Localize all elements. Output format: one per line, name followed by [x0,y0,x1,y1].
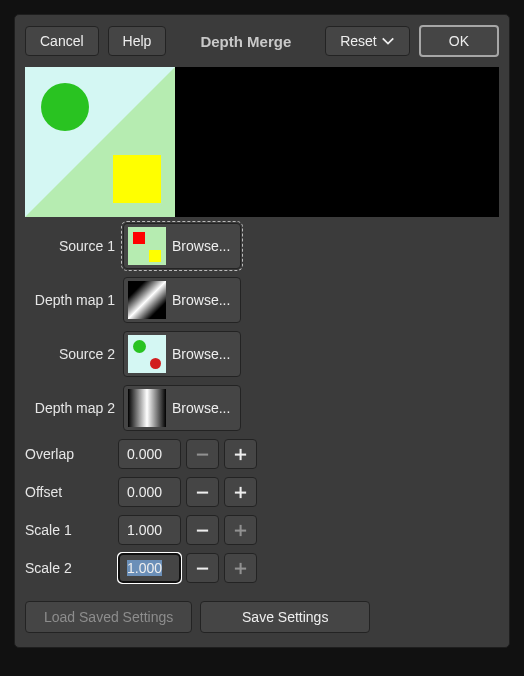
label-scale-2: Scale 2 [25,560,83,576]
label-overlap: Overlap [25,446,83,462]
svg-rect-11 [240,562,242,573]
top-bar: Cancel Help Depth Merge Reset OK [25,25,499,57]
scale-1-minus-button[interactable] [186,515,219,545]
svg-rect-8 [240,524,242,535]
browse-depth-map-2-label: Browse... [172,400,230,416]
row-scale-2: Scale 2 [25,553,499,583]
row-depth-map-1: Depth map 1 Browse... [25,277,499,323]
svg-rect-0 [197,453,208,455]
overlap-input[interactable] [118,439,181,469]
save-settings-button[interactable]: Save Settings [200,601,370,633]
row-offset: Offset [25,477,499,507]
browse-source-2-label: Browse... [172,346,230,362]
preview-square [113,155,161,203]
label-depth-map-1: Depth map 1 [25,292,115,308]
thumb-source-2-icon [128,335,166,373]
ok-button[interactable]: OK [419,25,499,57]
browse-depth-map-2[interactable]: Browse... [123,385,241,431]
chevron-down-icon [381,34,395,48]
minus-icon [195,447,210,462]
svg-rect-2 [240,448,242,459]
browse-source-1[interactable]: Browse... [123,223,241,269]
label-depth-map-2: Depth map 2 [25,400,115,416]
reset-button[interactable]: Reset [325,26,410,56]
cancel-button[interactable]: Cancel [25,26,99,56]
offset-minus-button[interactable] [186,477,219,507]
scale-2-minus-button[interactable] [186,553,219,583]
dialog-panel: Cancel Help Depth Merge Reset OK Source … [14,14,510,648]
overlap-plus-button[interactable] [224,439,257,469]
plus-icon [233,447,248,462]
preview-area [25,67,499,217]
preview-result [25,67,175,217]
row-scale-1: Scale 1 [25,515,499,545]
plus-icon [233,485,248,500]
dialog-title: Depth Merge [200,33,291,50]
preview-circle [41,83,89,131]
browse-depth-map-1-label: Browse... [172,292,230,308]
svg-rect-6 [197,529,208,531]
overlap-minus-button[interactable] [186,439,219,469]
scale-1-input[interactable] [118,515,181,545]
scale-2-plus-button[interactable] [224,553,257,583]
preview-empty [175,67,499,217]
minus-icon [195,523,210,538]
label-source-2: Source 2 [25,346,115,362]
svg-rect-9 [197,567,208,569]
plus-icon [233,561,248,576]
bottom-bar: Load Saved Settings Save Settings [25,601,499,633]
scale-1-plus-button[interactable] [224,515,257,545]
svg-rect-3 [197,491,208,493]
row-source-1: Source 1 Browse... [25,223,499,269]
plus-icon [233,523,248,538]
thumb-depth-map-2-icon [128,389,166,427]
browse-depth-map-1[interactable]: Browse... [123,277,241,323]
row-depth-map-2: Depth map 2 Browse... [25,385,499,431]
offset-input[interactable] [118,477,181,507]
thumb-source-1-icon [128,227,166,265]
label-source-1: Source 1 [25,238,115,254]
reset-label: Reset [340,33,377,49]
thumb-depth-map-1-icon [128,281,166,319]
label-offset: Offset [25,484,83,500]
minus-icon [195,561,210,576]
row-source-2: Source 2 Browse... [25,331,499,377]
scale-2-input[interactable] [118,553,181,583]
browse-source-2[interactable]: Browse... [123,331,241,377]
row-overlap: Overlap [25,439,499,469]
load-saved-settings-button[interactable]: Load Saved Settings [25,601,192,633]
browse-source-1-label: Browse... [172,238,230,254]
offset-plus-button[interactable] [224,477,257,507]
svg-rect-5 [240,486,242,497]
minus-icon [195,485,210,500]
label-scale-1: Scale 1 [25,522,83,538]
help-button[interactable]: Help [108,26,167,56]
